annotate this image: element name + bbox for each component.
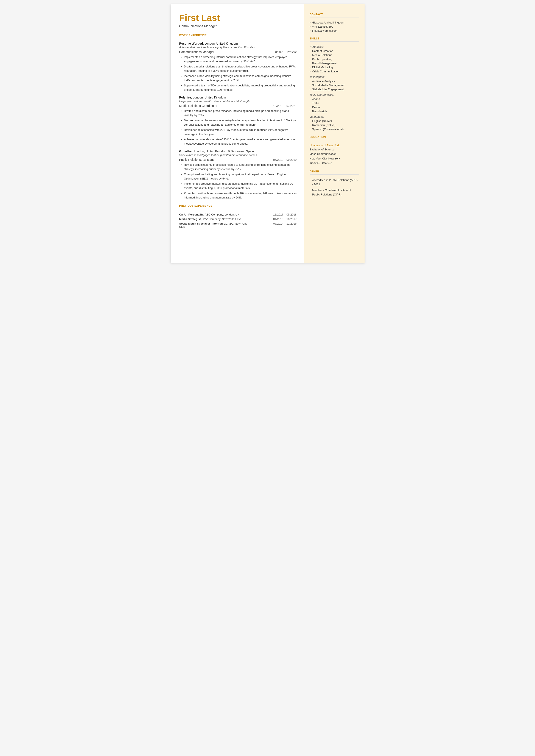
- job-bullets-3: Revised organizational processes related…: [179, 163, 297, 200]
- prev-divider: [179, 209, 297, 209]
- contact-list: Glasgow, United Kingdom +44 1234567890 f…: [310, 21, 359, 32]
- job-dates-3: 06/2018 – 09/2019: [273, 158, 296, 161]
- skill-content-creation: Content Creation: [310, 49, 359, 53]
- bullet-3-2: Championed marketing and branding campai…: [184, 172, 297, 181]
- prev-job-row-2: Media Strategist, XYZ Company, New York,…: [179, 217, 297, 221]
- job-company-bold-2: Polyhire,: [179, 96, 192, 99]
- previous-experience-section: PREVIOUS EXPERIENCE On Air Personality, …: [179, 204, 297, 229]
- skill-public-speaking: Public Speaking: [310, 58, 359, 61]
- job-company-rest-1: London, United Kingdom: [204, 42, 238, 45]
- job-title: Communications Manager: [179, 24, 297, 28]
- edu-field-text: Mass Communication: [310, 153, 337, 155]
- job-row-1: Communications Manager 08/2021 – Present: [179, 50, 297, 54]
- prev-job-rest-2: XYZ Company, New York, USA: [202, 217, 241, 221]
- name: First Last: [179, 13, 297, 23]
- bullet-2-4: Achieved an attendance rate of 90% from …: [184, 137, 297, 146]
- education-block: University of New York Bachelor of Scien…: [310, 144, 359, 165]
- education-heading: EDUCATION: [310, 136, 359, 139]
- prev-job-row-3: Social Media Specialist (Internship), AB…: [179, 221, 297, 229]
- contact-phone: +44 1234567890: [310, 25, 359, 28]
- skill-brand-management: Brand Management: [310, 62, 359, 65]
- bullet-3-3: Implemented creative marketing strategie…: [184, 182, 297, 190]
- bullet-3-4: Promoted positive brand awareness throug…: [184, 191, 297, 200]
- work-experience-section: WORK EXPERIENCE Resume Worded, London, U…: [179, 34, 297, 200]
- prev-job-title-1: On Air Personality, ABC Company, London,…: [179, 212, 250, 217]
- bullet-2-2: Secured media placements in industry-lea…: [184, 118, 297, 127]
- lang-romanian: Romanian (Native): [310, 124, 359, 127]
- job-company-bold-1: Resume Worded,: [179, 42, 204, 45]
- resume-container: First Last Communications Manager WORK E…: [171, 4, 365, 263]
- skills-section: SKILLS Hard Skills: Content Creation Med…: [310, 37, 359, 131]
- job-role-3: Public Relations Assistant: [179, 158, 214, 161]
- languages-list: English (Native) Romanian (Native) Spani…: [310, 119, 359, 131]
- tool-drupal: Drupal: [310, 106, 359, 109]
- edu-dates-text: 10/2011 - 06/2014: [310, 161, 332, 164]
- prev-job-title-2: Media Strategist, XYZ Company, New York,…: [179, 217, 250, 221]
- job-company-rest-2: London, United Kingdom: [192, 96, 226, 99]
- job-tagline-2: Helps personal and wealth clients build …: [179, 99, 297, 103]
- contact-location: Glasgow, United Kingdom: [310, 21, 359, 24]
- languages-label: Languages:: [310, 115, 359, 118]
- job-company-3: Growthsi, London, United Kingdom & Barce…: [179, 150, 297, 153]
- techniques-list: Audience Analysis Social Media Managemen…: [310, 79, 359, 91]
- bullet-1-4: Supervised a team of 50+ communication s…: [184, 83, 297, 92]
- job-block-1: Resume Worded, London, United Kingdom A …: [179, 42, 297, 92]
- technique-audience-analysis: Audience Analysis: [310, 79, 359, 83]
- skill-crisis-communication: Crisis Communication: [310, 70, 359, 73]
- tool-asana: Asana: [310, 98, 359, 101]
- techniques-label: Techniques:: [310, 75, 359, 78]
- job-tagline-3: Specializes in mortgages that help custo…: [179, 154, 297, 157]
- prev-job-title-3: Social Media Specialist (Internship), AB…: [179, 221, 250, 229]
- prev-job-bold-3: Social Media Specialist (Internship),: [179, 222, 227, 225]
- job-company-rest-3: London, United Kingdom & Barcelona, Spai…: [193, 150, 254, 153]
- work-experience-heading: WORK EXPERIENCE: [179, 34, 297, 37]
- previous-experience-heading: PREVIOUS EXPERIENCE: [179, 204, 297, 207]
- prev-job-row-1: On Air Personality, ABC Company, London,…: [179, 212, 297, 217]
- bullet-1-3: Increased brand visibility using strateg…: [184, 74, 297, 82]
- prev-job-dates-3: 07/2014 – 12/2015: [250, 221, 297, 229]
- job-dates-2: 10/2019 – 07/2021: [273, 104, 296, 107]
- skill-digital-marketing: Digital Marketing: [310, 66, 359, 69]
- prev-job-dates-2: 01/2016 – 10/2017: [250, 217, 297, 221]
- job-row-2: Media Relations Coordinator 10/2019 – 07…: [179, 104, 297, 107]
- job-company-1: Resume Worded, London, United Kingdom: [179, 42, 297, 45]
- job-company-bold-3: Growthsi,: [179, 150, 193, 153]
- job-company-2: Polyhire, London, United Kingdom: [179, 96, 297, 99]
- prev-job-rest-1: ABC Company, London, UK: [204, 213, 239, 216]
- right-column: CONTACT Glasgow, United Kingdom +44 1234…: [304, 4, 365, 263]
- edu-school: University of New York: [310, 144, 359, 147]
- prev-job-dates-1: 11/2017 – 05/2018: [250, 212, 297, 217]
- other-list: Accredited in Public Relations (APR) - 2…: [310, 178, 359, 197]
- job-block-2: Polyhire, London, United Kingdom Helps p…: [179, 96, 297, 146]
- hard-skills-list: Content Creation Media Relations Public …: [310, 49, 359, 73]
- skills-heading: SKILLS: [310, 37, 359, 40]
- edu-degree: Bachelor of Science Mass Communication N…: [310, 147, 359, 165]
- bullet-2-1: Drafted and distributed press releases, …: [184, 109, 297, 117]
- lang-spanish: Spanish (Conversational): [310, 127, 359, 131]
- bullet-2-3: Developed relationships with 20+ key med…: [184, 128, 297, 136]
- prev-job-bold-2: Media Strategist,: [179, 217, 202, 221]
- job-role-2: Media Relations Coordinator: [179, 104, 217, 107]
- job-block-3: Growthsi, London, United Kingdom & Barce…: [179, 150, 297, 200]
- previous-jobs-table: On Air Personality, ABC Company, London,…: [179, 212, 297, 229]
- hard-skills-label: Hard Skills:: [310, 45, 359, 48]
- other-cipr: Member - Chartered Institute of Public R…: [310, 188, 359, 197]
- tools-list: Asana Trello Drupal Brandwatch: [310, 98, 359, 113]
- other-section: OTHER Accredited in Public Relations (AP…: [310, 170, 359, 197]
- technique-social-media: Social Media Management: [310, 84, 359, 87]
- left-column: First Last Communications Manager WORK E…: [171, 4, 304, 263]
- other-apr: Accredited in Public Relations (APR) - 2…: [310, 178, 359, 186]
- edu-degree-text: Bachelor of Science: [310, 148, 335, 151]
- tool-trello: Trello: [310, 101, 359, 105]
- other-divider: [310, 174, 359, 175]
- bullet-3-1: Revised organizational processes related…: [184, 163, 297, 171]
- skill-media-relations: Media Relations: [310, 53, 359, 57]
- prev-job-bold-1: On Air Personality,: [179, 213, 204, 216]
- job-role-1: Communications Manager: [179, 50, 214, 54]
- contact-divider: [310, 17, 359, 17]
- job-tagline-1: A lender that provides home equity lines…: [179, 46, 297, 49]
- job-bullets-1: Implemented a sweeping internal communic…: [179, 55, 297, 92]
- job-dates-1: 08/2021 – Present: [274, 50, 296, 54]
- contact-heading: CONTACT: [310, 13, 359, 16]
- tool-brandwatch: Brandwatch: [310, 110, 359, 113]
